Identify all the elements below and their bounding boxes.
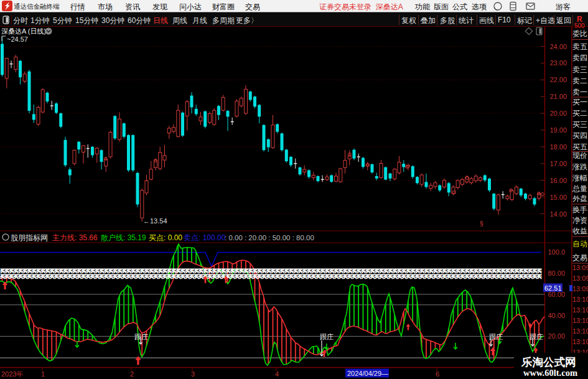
svg-text:收益: 收益	[572, 227, 587, 235]
svg-text:21.00: 21.00	[549, 93, 567, 100]
svg-text:主力线: 35.66: 主力线: 35.66	[52, 233, 98, 242]
svg-text:买买买买买买买买买买买买买买买买买买买买买买买买买买买买买买: 买买买买买买买买买买买买买买买买买买买买买买买买买买买买买买买买买买买买买买买买…	[0, 274, 542, 279]
svg-text:涨跌: 涨跌	[572, 162, 587, 171]
svg-text:散户线: 35.19: 散户线: 35.19	[101, 233, 146, 242]
svg-text:16.00: 16.00	[549, 177, 567, 184]
svg-text:涨幅: 涨幅	[572, 174, 587, 182]
svg-text:乐淘公式网: 乐淘公式网	[521, 356, 576, 368]
svg-text:深桑达A (日线): 深桑达A (日线)	[1, 27, 46, 35]
svg-text:13:09: 13:09	[572, 285, 588, 292]
svg-text:卖二: 卖二	[572, 77, 587, 85]
svg-text:买四: 买四	[572, 131, 587, 140]
svg-text:13:09: 13:09	[572, 264, 588, 271]
svg-text:6: 6	[436, 370, 439, 378]
svg-text:20.00: 20.00	[549, 110, 567, 117]
svg-text:交易: 交易	[572, 253, 587, 262]
svg-text:80.00: 80.00	[548, 269, 565, 277]
svg-text:13:10: 13:10	[572, 317, 588, 324]
svg-text:13:10: 13:10	[572, 338, 588, 345]
svg-text:跟庄: 跟庄	[320, 333, 334, 340]
svg-text:~24.57: ~24.57	[7, 35, 28, 43]
svg-text:自动: 自动	[572, 240, 587, 248]
svg-text:卖五: 卖五	[572, 42, 587, 51]
svg-text:卖点: 100.00: 卖点: 100.00	[184, 233, 226, 242]
svg-text:13:10: 13:10	[572, 296, 588, 303]
svg-text:19.00: 19.00	[549, 126, 567, 134]
svg-text:卖三: 卖三	[572, 65, 587, 74]
svg-text:1: 1	[41, 370, 45, 378]
svg-text:跟庄: 跟庄	[530, 333, 543, 340]
svg-text:62.51: 62.51	[544, 284, 562, 292]
svg-text:←13.54: ←13.54	[143, 217, 167, 225]
svg-text:§: §	[480, 220, 483, 227]
svg-text:现价: 现价	[572, 151, 587, 160]
svg-text:卖一: 卖一	[572, 88, 587, 96]
svg-text:跟庄: 跟庄	[134, 333, 148, 340]
svg-text:委比: 委比	[572, 29, 587, 38]
svg-text:买买买买买买买买买买买买买买买买买买买买买买买买买买买买买买: 买买买买买买买买买买买买买买买买买买买买买买买买买买买买买买买买买买买买买买买买…	[0, 268, 542, 274]
svg-text:2: 2	[130, 370, 134, 378]
svg-text:15.00: 15.00	[549, 194, 567, 201]
svg-text:13:09: 13:09	[572, 274, 588, 282]
svg-text:3: 3	[191, 370, 195, 378]
svg-text:www.60lt.com: www.60lt.com	[523, 368, 577, 378]
svg-text:40.00: 40.00	[548, 312, 565, 319]
svg-text:18.00: 18.00	[549, 143, 567, 151]
svg-text:2023年: 2023年	[1, 370, 23, 378]
svg-text:买三: 买三	[572, 120, 587, 129]
svg-text:20.00: 20.00	[548, 332, 565, 340]
svg-text:买二: 买二	[572, 109, 587, 118]
svg-text:22.00: 22.00	[549, 76, 567, 83]
svg-text:换手: 换手	[572, 205, 587, 214]
svg-text:13:10: 13:10	[572, 327, 588, 335]
svg-text:24.00: 24.00	[549, 43, 567, 50]
svg-text:总量: 总量	[572, 184, 587, 193]
svg-text:股朋指标网: 股朋指标网	[11, 233, 48, 242]
svg-text:买点: 0.00: 买点: 0.00	[149, 233, 182, 242]
svg-text:: 0.00 : 20.00 : 50.00 : 80.00: : 0.00 : 20.00 : 50.00 : 80.00	[225, 234, 314, 241]
svg-text:买一: 买一	[572, 98, 587, 106]
svg-text:4: 4	[275, 370, 279, 378]
svg-text:14.00: 14.00	[549, 210, 567, 218]
svg-text:净资: 净资	[572, 216, 587, 225]
svg-text:100.0: 100.0	[548, 248, 565, 256]
svg-text:2024/04/29—: 2024/04/29—	[347, 370, 388, 377]
svg-text:17.00: 17.00	[549, 160, 567, 167]
svg-text:外盘: 外盘	[572, 194, 587, 203]
svg-text:买五: 买五	[572, 143, 587, 151]
svg-text:23.00: 23.00	[549, 59, 567, 67]
svg-text:13:10: 13:10	[572, 306, 588, 314]
svg-text:卖四: 卖四	[572, 54, 587, 62]
